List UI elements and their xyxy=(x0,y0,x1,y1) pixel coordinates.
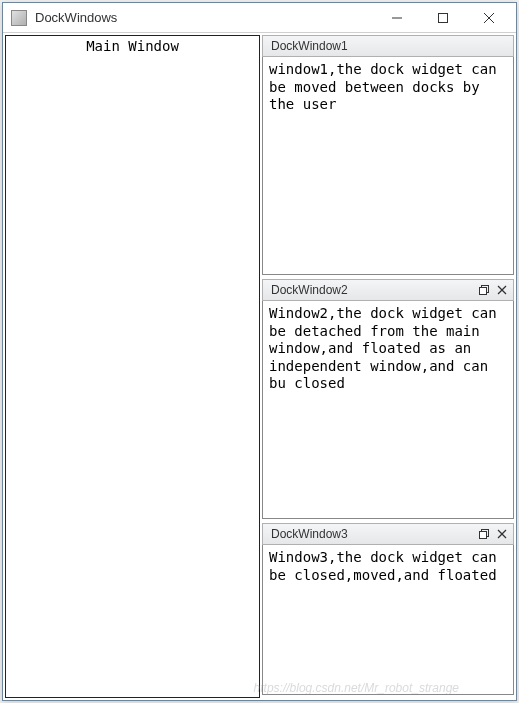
dock-controls-2 xyxy=(477,283,509,297)
svg-rect-5 xyxy=(480,288,487,295)
dock-header-3[interactable]: DockWindow3 xyxy=(262,523,514,545)
main-window-panel[interactable]: Main Window xyxy=(5,35,260,698)
dock-title-1: DockWindow1 xyxy=(271,39,509,53)
dock-content-3: Window3,the dock widget can be closed,mo… xyxy=(269,549,497,583)
dock-body-2[interactable]: Window2,the dock widget can be detached … xyxy=(262,301,514,519)
app-icon xyxy=(11,10,27,26)
window-controls xyxy=(374,4,512,32)
main-window-label: Main Window xyxy=(86,38,179,54)
svg-rect-1 xyxy=(439,13,448,22)
dock-close-button-3[interactable] xyxy=(495,527,509,541)
titlebar[interactable]: DockWindows xyxy=(3,3,516,33)
dock-title-2: DockWindow2 xyxy=(271,283,477,297)
dock-title-3: DockWindow3 xyxy=(271,527,477,541)
dock-window-1: DockWindow1 window1,the dock widget can … xyxy=(262,35,514,275)
close-button[interactable] xyxy=(466,4,512,32)
content-area: Main Window DockWindow1 window1,the dock… xyxy=(3,33,516,700)
dock-window-2: DockWindow2 Window2,the dock widget can … xyxy=(262,279,514,519)
dock-controls-3 xyxy=(477,527,509,541)
dock-column: DockWindow1 window1,the dock widget can … xyxy=(262,35,514,698)
dock-body-1[interactable]: window1,the dock widget can be moved bet… xyxy=(262,57,514,275)
dock-content-2: Window2,the dock widget can be detached … xyxy=(269,305,497,391)
dock-close-button-2[interactable] xyxy=(495,283,509,297)
dock-header-2[interactable]: DockWindow2 xyxy=(262,279,514,301)
window-title: DockWindows xyxy=(35,10,374,25)
application-window: DockWindows Main Window DockWindow1 w xyxy=(2,2,517,701)
maximize-button[interactable] xyxy=(420,4,466,32)
dock-float-button-2[interactable] xyxy=(477,283,491,297)
dock-content-1: window1,the dock widget can be moved bet… xyxy=(269,61,497,112)
svg-rect-9 xyxy=(480,532,487,539)
dock-header-1[interactable]: DockWindow1 xyxy=(262,35,514,57)
dock-body-3[interactable]: Window3,the dock widget can be closed,mo… xyxy=(262,545,514,695)
dock-window-3: DockWindow3 Window3,the dock widget can … xyxy=(262,523,514,695)
dock-float-button-3[interactable] xyxy=(477,527,491,541)
minimize-button[interactable] xyxy=(374,4,420,32)
